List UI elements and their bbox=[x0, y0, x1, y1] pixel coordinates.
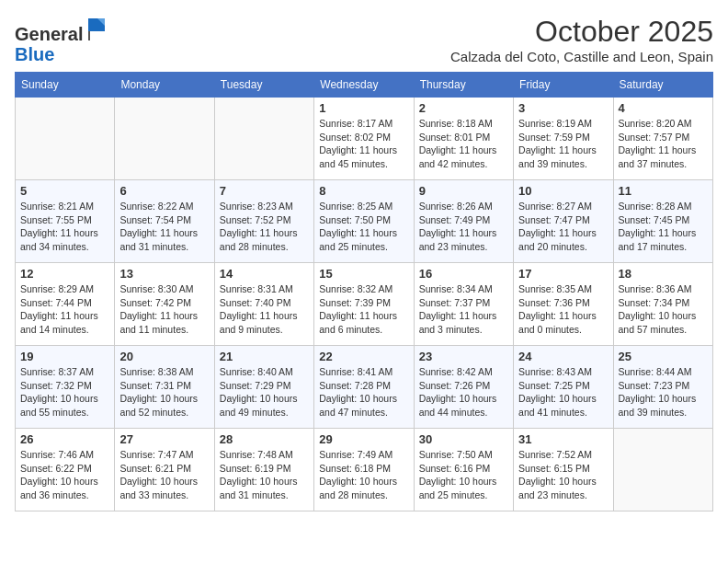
day-info: Sunrise: 8:36 AMSunset: 7:34 PMDaylight:… bbox=[619, 282, 708, 337]
day-info: Sunrise: 8:27 AMSunset: 7:47 PMDaylight:… bbox=[518, 200, 608, 254]
day-number: 18 bbox=[619, 267, 708, 281]
calendar-cell: 22Sunrise: 8:41 AMSunset: 7:28 PMDayligh… bbox=[314, 346, 414, 429]
day-number: 6 bbox=[119, 184, 209, 198]
day-info: Sunrise: 8:20 AMSunset: 7:57 PMDaylight:… bbox=[619, 117, 708, 171]
calendar-week-3: 12Sunrise: 8:29 AMSunset: 7:44 PMDayligh… bbox=[16, 263, 713, 346]
day-info: Sunrise: 7:52 AMSunset: 6:15 PMDaylight:… bbox=[518, 448, 608, 502]
calendar-cell: 28Sunrise: 7:48 AMSunset: 6:19 PMDayligh… bbox=[214, 429, 313, 511]
day-info: Sunrise: 7:48 AMSunset: 6:19 PMDaylight:… bbox=[220, 448, 309, 502]
day-info: Sunrise: 7:49 AMSunset: 6:18 PMDaylight:… bbox=[319, 448, 408, 502]
day-number: 2 bbox=[419, 101, 508, 115]
day-number: 1 bbox=[319, 101, 408, 115]
calendar-week-1: 1Sunrise: 8:17 AMSunset: 8:02 PMDaylight… bbox=[16, 98, 713, 180]
calendar-cell: 1Sunrise: 8:17 AMSunset: 8:02 PMDaylight… bbox=[314, 98, 414, 180]
day-number: 24 bbox=[518, 350, 608, 363]
day-number: 13 bbox=[119, 267, 209, 281]
calendar-cell: 25Sunrise: 8:44 AMSunset: 7:23 PMDayligh… bbox=[613, 346, 712, 429]
calendar-cell: 21Sunrise: 8:40 AMSunset: 7:29 PMDayligh… bbox=[214, 346, 313, 429]
day-number: 3 bbox=[518, 101, 608, 115]
calendar-cell bbox=[16, 98, 115, 180]
day-info: Sunrise: 8:30 AMSunset: 7:42 PMDaylight:… bbox=[119, 282, 209, 337]
calendar-cell bbox=[214, 98, 313, 180]
calendar-cell: 15Sunrise: 8:32 AMSunset: 7:39 PMDayligh… bbox=[314, 263, 414, 346]
day-info: Sunrise: 8:40 AMSunset: 7:29 PMDaylight:… bbox=[220, 365, 309, 419]
day-number: 23 bbox=[419, 350, 508, 363]
col-header-sunday: Sunday bbox=[16, 73, 115, 98]
calendar-cell: 27Sunrise: 7:47 AMSunset: 6:21 PMDayligh… bbox=[115, 429, 214, 511]
calendar-week-4: 19Sunrise: 8:37 AMSunset: 7:32 PMDayligh… bbox=[16, 346, 713, 429]
calendar-cell: 30Sunrise: 7:50 AMSunset: 6:16 PMDayligh… bbox=[414, 429, 513, 511]
calendar-week-2: 5Sunrise: 8:21 AMSunset: 7:55 PMDaylight… bbox=[16, 180, 713, 263]
day-number: 20 bbox=[119, 350, 209, 363]
day-number: 27 bbox=[119, 432, 209, 446]
day-info: Sunrise: 8:25 AMSunset: 7:50 PMDaylight:… bbox=[319, 200, 408, 254]
calendar-cell: 16Sunrise: 8:34 AMSunset: 7:37 PMDayligh… bbox=[414, 263, 513, 346]
day-info: Sunrise: 7:46 AMSunset: 6:22 PMDaylight:… bbox=[20, 448, 109, 502]
day-number: 5 bbox=[20, 184, 109, 198]
day-number: 28 bbox=[220, 432, 309, 446]
calendar-week-5: 26Sunrise: 7:46 AMSunset: 6:22 PMDayligh… bbox=[16, 429, 713, 511]
calendar-cell: 23Sunrise: 8:42 AMSunset: 7:26 PMDayligh… bbox=[414, 346, 513, 429]
day-number: 19 bbox=[20, 350, 109, 363]
day-number: 29 bbox=[319, 432, 408, 446]
day-number: 30 bbox=[419, 432, 508, 446]
day-info: Sunrise: 8:37 AMSunset: 7:32 PMDaylight:… bbox=[20, 365, 109, 419]
calendar-cell: 7Sunrise: 8:23 AMSunset: 7:52 PMDaylight… bbox=[214, 180, 313, 263]
month-title: October 2025 bbox=[450, 15, 713, 49]
day-number: 8 bbox=[319, 184, 408, 198]
calendar-cell: 10Sunrise: 8:27 AMSunset: 7:47 PMDayligh… bbox=[514, 180, 613, 263]
calendar-cell: 8Sunrise: 8:25 AMSunset: 7:50 PMDaylight… bbox=[314, 180, 414, 263]
calendar-cell: 2Sunrise: 8:18 AMSunset: 8:01 PMDaylight… bbox=[414, 98, 513, 180]
col-header-friday: Friday bbox=[514, 73, 613, 98]
location-subtitle: Calzada del Coto, Castille and Leon, Spa… bbox=[450, 49, 713, 64]
day-number: 4 bbox=[619, 101, 708, 115]
day-info: Sunrise: 8:43 AMSunset: 7:25 PMDaylight:… bbox=[518, 365, 608, 419]
calendar-cell: 13Sunrise: 8:30 AMSunset: 7:42 PMDayligh… bbox=[115, 263, 214, 346]
calendar-cell: 5Sunrise: 8:21 AMSunset: 7:55 PMDaylight… bbox=[16, 180, 115, 263]
calendar-cell bbox=[115, 98, 214, 180]
logo-flag-icon bbox=[85, 15, 110, 40]
day-info: Sunrise: 8:32 AMSunset: 7:39 PMDaylight:… bbox=[319, 282, 408, 337]
day-info: Sunrise: 8:42 AMSunset: 7:26 PMDaylight:… bbox=[419, 365, 508, 419]
day-info: Sunrise: 8:38 AMSunset: 7:31 PMDaylight:… bbox=[119, 365, 209, 419]
day-info: Sunrise: 8:29 AMSunset: 7:44 PMDaylight:… bbox=[20, 282, 109, 337]
logo: General Blue bbox=[15, 15, 110, 64]
day-number: 14 bbox=[220, 267, 309, 281]
day-number: 9 bbox=[419, 184, 508, 198]
day-info: Sunrise: 8:31 AMSunset: 7:40 PMDaylight:… bbox=[220, 282, 309, 337]
calendar-cell bbox=[613, 429, 712, 511]
calendar-cell: 4Sunrise: 8:20 AMSunset: 7:57 PMDaylight… bbox=[613, 98, 712, 180]
day-number: 26 bbox=[20, 432, 109, 446]
day-number: 25 bbox=[619, 350, 708, 363]
calendar-cell: 31Sunrise: 7:52 AMSunset: 6:15 PMDayligh… bbox=[514, 429, 613, 511]
day-number: 11 bbox=[619, 184, 708, 198]
calendar-cell: 18Sunrise: 8:36 AMSunset: 7:34 PMDayligh… bbox=[613, 263, 712, 346]
day-number: 10 bbox=[518, 184, 608, 198]
calendar-cell: 14Sunrise: 8:31 AMSunset: 7:40 PMDayligh… bbox=[214, 263, 313, 346]
day-number: 15 bbox=[319, 267, 408, 281]
day-info: Sunrise: 8:41 AMSunset: 7:28 PMDaylight:… bbox=[319, 365, 408, 419]
day-info: Sunrise: 8:18 AMSunset: 8:01 PMDaylight:… bbox=[419, 117, 508, 171]
col-header-tuesday: Tuesday bbox=[214, 73, 313, 98]
col-header-monday: Monday bbox=[115, 73, 214, 98]
logo-blue-text: Blue bbox=[15, 44, 110, 64]
col-header-wednesday: Wednesday bbox=[314, 73, 414, 98]
day-info: Sunrise: 8:17 AMSunset: 8:02 PMDaylight:… bbox=[319, 117, 408, 171]
day-info: Sunrise: 7:47 AMSunset: 6:21 PMDaylight:… bbox=[119, 448, 209, 502]
calendar-cell: 12Sunrise: 8:29 AMSunset: 7:44 PMDayligh… bbox=[16, 263, 115, 346]
page-header: General Blue October 2025 Calzada del Co… bbox=[15, 15, 713, 64]
day-info: Sunrise: 8:21 AMSunset: 7:55 PMDaylight:… bbox=[20, 200, 109, 254]
col-header-thursday: Thursday bbox=[414, 73, 513, 98]
calendar-cell: 26Sunrise: 7:46 AMSunset: 6:22 PMDayligh… bbox=[16, 429, 115, 511]
day-info: Sunrise: 8:19 AMSunset: 7:59 PMDaylight:… bbox=[518, 117, 608, 171]
calendar-cell: 11Sunrise: 8:28 AMSunset: 7:45 PMDayligh… bbox=[613, 180, 712, 263]
day-info: Sunrise: 7:50 AMSunset: 6:16 PMDaylight:… bbox=[419, 448, 508, 502]
day-info: Sunrise: 8:44 AMSunset: 7:23 PMDaylight:… bbox=[619, 365, 708, 419]
day-number: 17 bbox=[518, 267, 608, 281]
calendar-cell: 6Sunrise: 8:22 AMSunset: 7:54 PMDaylight… bbox=[115, 180, 214, 263]
col-header-saturday: Saturday bbox=[613, 73, 712, 98]
day-info: Sunrise: 8:26 AMSunset: 7:49 PMDaylight:… bbox=[419, 200, 508, 254]
logo-general-text: General bbox=[15, 24, 83, 44]
day-number: 31 bbox=[518, 432, 608, 446]
day-info: Sunrise: 8:34 AMSunset: 7:37 PMDaylight:… bbox=[419, 282, 508, 337]
